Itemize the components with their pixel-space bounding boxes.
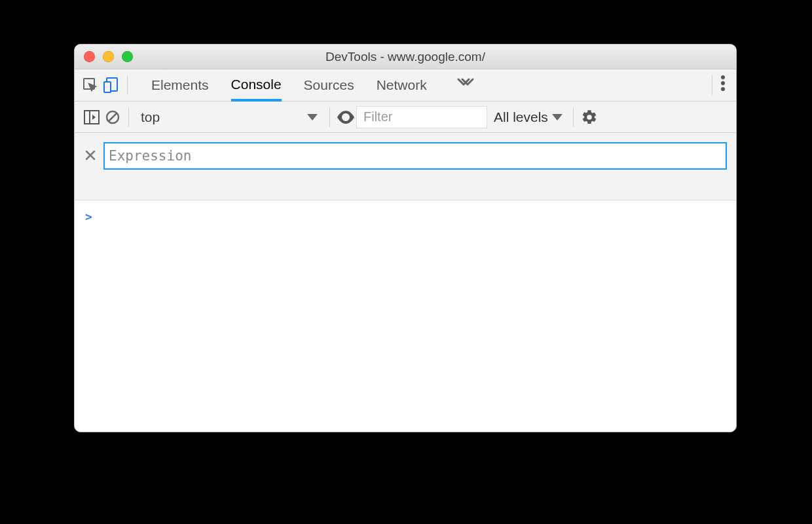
chevron-down-icon bbox=[307, 114, 318, 121]
kebab-menu-icon[interactable] bbox=[718, 75, 731, 96]
more-tabs-icon[interactable] bbox=[449, 77, 482, 94]
tab-sources[interactable]: Sources bbox=[304, 69, 354, 101]
svg-point-4 bbox=[721, 81, 725, 85]
tab-console[interactable]: Console bbox=[231, 70, 282, 102]
inspect-element-icon[interactable] bbox=[80, 75, 101, 96]
window-titlebar: DevTools - www.google.com/ bbox=[75, 45, 736, 69]
console-prompt-caret: > bbox=[85, 210, 92, 223]
clear-console-icon[interactable] bbox=[102, 107, 123, 128]
window-title: DevTools - www.google.com/ bbox=[75, 50, 736, 64]
chevron-down-icon bbox=[552, 114, 563, 121]
execution-context-label: top bbox=[141, 109, 160, 125]
tab-network[interactable]: Network bbox=[377, 69, 427, 101]
svg-point-3 bbox=[721, 75, 725, 79]
svg-point-10 bbox=[344, 115, 348, 119]
execution-context-selector[interactable]: top bbox=[134, 105, 324, 129]
separator bbox=[127, 75, 128, 95]
console-output-area[interactable]: > bbox=[75, 200, 736, 233]
device-toolbar-icon[interactable] bbox=[101, 75, 122, 96]
panel-tabs-bar: Elements Console Sources Network bbox=[75, 69, 736, 102]
separator bbox=[128, 107, 129, 127]
live-expression-bar bbox=[75, 133, 736, 200]
svg-line-9 bbox=[109, 113, 117, 121]
panel-tabs: Elements Console Sources Network bbox=[151, 69, 707, 101]
separator bbox=[573, 107, 574, 127]
log-levels-label: All levels bbox=[494, 109, 548, 125]
live-expression-eye-icon[interactable] bbox=[335, 107, 356, 128]
separator bbox=[712, 75, 712, 95]
toggle-sidebar-icon[interactable] bbox=[81, 107, 102, 128]
svg-point-5 bbox=[721, 87, 725, 91]
console-filter-input[interactable] bbox=[356, 106, 487, 128]
devtools-window: DevTools - www.google.com/ Elements Cons… bbox=[74, 44, 737, 432]
separator bbox=[329, 107, 330, 127]
live-expression-input[interactable] bbox=[103, 142, 727, 170]
svg-rect-6 bbox=[84, 111, 99, 124]
tab-elements[interactable]: Elements bbox=[151, 69, 209, 101]
svg-rect-2 bbox=[104, 82, 111, 92]
console-toolbar: top All levels bbox=[75, 102, 736, 133]
log-levels-selector[interactable]: All levels bbox=[494, 109, 563, 125]
close-icon[interactable] bbox=[84, 149, 97, 164]
console-settings-gear-icon[interactable] bbox=[579, 107, 600, 128]
